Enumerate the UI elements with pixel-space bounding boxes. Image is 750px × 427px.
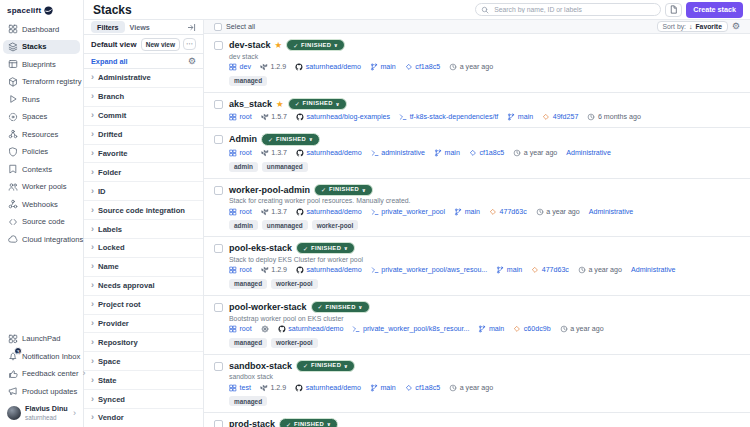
meta-space[interactable]: root: [229, 266, 252, 274]
list-settings-gear-icon[interactable]: ⚙: [732, 22, 740, 31]
meta-clock[interactable]: a year ago: [449, 384, 493, 392]
meta-clock[interactable]: a year ago: [560, 325, 604, 333]
meta-space[interactable]: root: [229, 113, 252, 121]
collapse-panel-icon[interactable]: [187, 23, 196, 32]
sidebar-item-dashboard[interactable]: Dashboard: [3, 22, 80, 37]
meta-terraform[interactable]: 1.2.9: [260, 63, 286, 71]
meta-project[interactable]: private_worker_pool/k8s_resour...: [352, 325, 469, 333]
stack-name[interactable]: aks_stack: [229, 99, 272, 109]
sidebar-item-terraform-registry[interactable]: Terraform registry: [3, 75, 80, 90]
label-tag[interactable]: managed: [229, 338, 267, 348]
stack-checkbox[interactable]: [214, 420, 223, 427]
label-tag[interactable]: managed: [229, 279, 267, 289]
stack-name[interactable]: sandbox-stack: [229, 361, 292, 371]
filter-section-space[interactable]: ›Space: [84, 352, 203, 371]
meta-clock[interactable]: a year ago: [536, 208, 580, 216]
meta-project[interactable]: private_worker_pool/aws_resou...: [371, 266, 488, 274]
meta-commit[interactable]: cf1a8c5: [405, 63, 440, 71]
meta-terraform[interactable]: 1.3.7: [261, 208, 287, 216]
meta-branch[interactable]: main: [478, 325, 504, 333]
tab-filters[interactable]: Filters: [91, 21, 125, 33]
label-tag[interactable]: worker-pool: [271, 338, 318, 348]
status-badge[interactable]: ✓FINISHED∨: [286, 39, 345, 51]
meta-commit[interactable]: 477d63c: [489, 208, 527, 216]
filter-section-id[interactable]: ›ID: [84, 182, 203, 201]
stack-checkbox[interactable]: [214, 186, 223, 195]
filter-section-labels[interactable]: ›Labels: [84, 220, 203, 239]
filter-section-favorite[interactable]: ›Favorite: [84, 145, 203, 164]
filter-section-vendor[interactable]: ›Vendor: [84, 409, 203, 427]
stack-name[interactable]: Admin: [229, 134, 257, 144]
meta-terraform[interactable]: 1.5.7: [261, 113, 287, 121]
spacelift-logo[interactable]: spacelift: [0, 4, 83, 22]
stack-checkbox[interactable]: [214, 244, 223, 253]
select-all-checkbox[interactable]: [214, 23, 222, 31]
filter-section-source-code-integration[interactable]: ›Source code integration: [84, 201, 203, 220]
meta-administrative-label[interactable]: Administrative: [589, 208, 634, 216]
stack-name[interactable]: prod-stack: [229, 419, 275, 427]
meta-k8s[interactable]: [261, 325, 269, 333]
sidebar-item-stacks[interactable]: Stacks: [3, 40, 80, 55]
meta-branch[interactable]: main: [370, 384, 396, 392]
meta-github[interactable]: saturnhead/demo: [296, 208, 362, 216]
stack-name[interactable]: dev-stack: [229, 40, 271, 50]
meta-clock[interactable]: a year ago: [513, 149, 557, 157]
meta-terraform[interactable]: 1.2.9: [260, 384, 286, 392]
filter-section-repository[interactable]: ›Repository: [84, 333, 203, 352]
sidebar-item-spaces[interactable]: Spaces: [3, 110, 80, 125]
status-badge[interactable]: ✓FINISHED∨: [279, 418, 338, 427]
stack-checkbox[interactable]: [214, 362, 223, 371]
favorite-star-icon[interactable]: ★: [275, 41, 283, 50]
label-tag[interactable]: admin: [229, 162, 258, 172]
new-view-button[interactable]: New view: [141, 38, 180, 51]
expand-all-link[interactable]: Expand all: [91, 57, 188, 66]
status-badge[interactable]: ✓FINISHED∨: [288, 98, 347, 110]
meta-space[interactable]: test: [229, 384, 251, 392]
filter-section-synced[interactable]: ›Synced: [84, 390, 203, 409]
label-tag[interactable]: worker-pool: [271, 279, 318, 289]
meta-administrative-label[interactable]: Administrative: [566, 149, 611, 157]
meta-branch[interactable]: main: [496, 266, 522, 274]
filter-section-folder[interactable]: ›Folder: [84, 163, 203, 182]
label-tag[interactable]: managed: [229, 396, 267, 406]
stack-name[interactable]: worker-pool-admin: [229, 185, 310, 195]
meta-space[interactable]: root: [229, 149, 252, 157]
status-badge[interactable]: ✓FINISHED∨: [314, 184, 373, 196]
meta-terraform[interactable]: 1.3.7: [261, 149, 287, 157]
favorite-star-icon[interactable]: ★: [276, 100, 284, 109]
filter-section-state[interactable]: ›State: [84, 371, 203, 390]
sidebar-item-cloud-integrations[interactable]: Cloud integrations: [3, 232, 80, 247]
stack-name[interactable]: pool-worker-stack: [229, 302, 307, 312]
label-tag[interactable]: unmanaged: [262, 220, 308, 230]
more-options-button[interactable]: ⋯: [183, 38, 196, 50]
meta-project[interactable]: tf-k8s-stack-dependencies/tf: [399, 113, 498, 121]
sidebar-item-runs[interactable]: Runs: [3, 92, 80, 107]
filter-section-administrative[interactable]: ›Administrative: [84, 69, 203, 88]
sidebar-item-contexts[interactable]: Contexts: [3, 162, 80, 177]
filter-section-branch[interactable]: ›Branch: [84, 88, 203, 107]
meta-commit[interactable]: cf1a8c5: [405, 384, 440, 392]
label-tag[interactable]: managed: [229, 76, 267, 86]
stack-name[interactable]: pool-eks-stack: [229, 243, 292, 253]
status-badge[interactable]: ✓FINISHED∨: [296, 242, 355, 254]
meta-github[interactable]: saturnhead/demo: [278, 325, 344, 333]
meta-github[interactable]: saturnhead/demo: [295, 63, 361, 71]
create-stack-button[interactable]: Create stack: [686, 2, 743, 18]
status-badge[interactable]: ✓FINISHED∨: [311, 301, 370, 313]
meta-space[interactable]: root: [229, 208, 252, 216]
filter-section-commit[interactable]: ›Commit: [84, 107, 203, 126]
filter-section-name[interactable]: ›Name: [84, 258, 203, 277]
meta-github[interactable]: saturnhead/demo: [296, 266, 362, 274]
filter-section-drifted[interactable]: ›Drifted: [84, 126, 203, 145]
stack-checkbox[interactable]: [214, 135, 223, 144]
filter-section-locked[interactable]: ›Locked: [84, 239, 203, 258]
label-tag[interactable]: worker-pool: [312, 220, 359, 230]
stack-checkbox[interactable]: [214, 41, 223, 50]
sidebar-item-webhooks[interactable]: Webhooks: [3, 197, 80, 212]
label-tag[interactable]: admin: [229, 220, 258, 230]
meta-project[interactable]: private_worker_pool: [371, 208, 445, 216]
meta-clock[interactable]: a year ago: [449, 63, 493, 71]
label-tag[interactable]: unmanaged: [262, 162, 308, 172]
filter-section-needs-approval[interactable]: ›Needs approval: [84, 277, 203, 296]
tab-views[interactable]: Views: [130, 23, 150, 32]
